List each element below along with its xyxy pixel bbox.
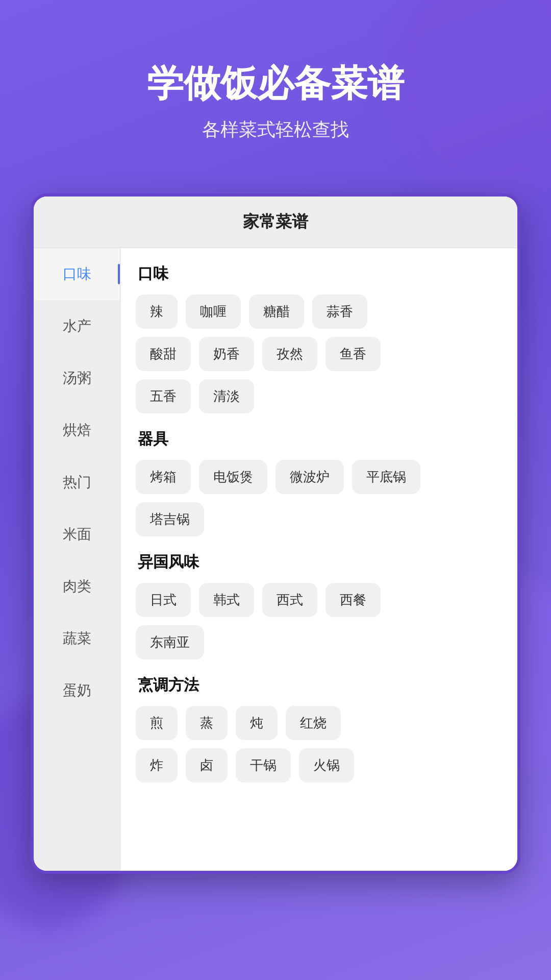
tag-奶香[interactable]: 奶香 — [199, 337, 254, 371]
tag-卤[interactable]: 卤 — [186, 748, 228, 782]
tag-红烧[interactable]: 红烧 — [286, 706, 341, 740]
tag-塔吉锅[interactable]: 塔吉锅 — [136, 502, 204, 536]
header-subtitle: 各样菜式轻松查找 — [31, 117, 520, 142]
tag-五香[interactable]: 五香 — [136, 379, 191, 413]
sidebar-item-dannai[interactable]: 蛋奶 — [34, 665, 120, 717]
tag-孜然[interactable]: 孜然 — [262, 337, 317, 371]
tags-container-yiguofengwei: 日式韩式西式西餐东南亚 — [136, 583, 502, 659]
sidebar-item-remen[interactable]: 热门 — [34, 456, 120, 508]
tag-糖醋[interactable]: 糖醋 — [249, 295, 304, 329]
card-body: 口味水产汤粥烘焙热门米面肉类蔬菜蛋奶 口味辣咖喱糖醋蒜香酸甜奶香孜然鱼香五香清淡… — [34, 248, 517, 871]
tag-微波炉[interactable]: 微波炉 — [276, 460, 344, 494]
section-qiju: 器具烤箱电饭煲微波炉平底锅塔吉锅 — [136, 429, 502, 536]
sidebar-item-shuichan[interactable]: 水产 — [34, 300, 120, 352]
tag-西餐[interactable]: 西餐 — [325, 583, 381, 617]
tags-row: 煎蒸炖红烧 — [136, 706, 502, 740]
tags-row: 日式韩式西式西餐 — [136, 583, 502, 617]
sidebar-item-tangzhou[interactable]: 汤粥 — [34, 352, 120, 404]
tag-干锅[interactable]: 干锅 — [236, 748, 291, 782]
tags-container-pengtiao: 煎蒸炖红烧炸卤干锅火锅 — [136, 706, 502, 782]
tag-辣[interactable]: 辣 — [136, 295, 178, 329]
sidebar-item-roulei[interactable]: 肉类 — [34, 560, 120, 612]
tag-东南亚[interactable]: 东南亚 — [136, 625, 204, 659]
sidebar-item-hongbei[interactable]: 烘焙 — [34, 404, 120, 456]
header: 学做饭必备菜谱 各样菜式轻松查找 — [0, 0, 551, 173]
sidebar-item-mimian[interactable]: 米面 — [34, 508, 120, 560]
recipe-card: 家常菜谱 口味水产汤粥烘焙热门米面肉类蔬菜蛋奶 口味辣咖喱糖醋蒜香酸甜奶香孜然鱼… — [31, 193, 520, 874]
tag-鱼香[interactable]: 鱼香 — [325, 337, 381, 371]
sidebar-item-kouwei[interactable]: 口味 — [34, 248, 120, 300]
tag-咖喱[interactable]: 咖喱 — [186, 295, 241, 329]
tag-蒸[interactable]: 蒸 — [186, 706, 228, 740]
card-title: 家常菜谱 — [243, 212, 308, 231]
tags-row: 五香清淡 — [136, 379, 502, 413]
tag-韩式[interactable]: 韩式 — [199, 583, 254, 617]
section-title-qiju: 器具 — [136, 429, 502, 450]
section-pengtiao: 烹调方法煎蒸炖红烧炸卤干锅火锅 — [136, 675, 502, 782]
tag-炖[interactable]: 炖 — [236, 706, 278, 740]
tags-row: 辣咖喱糖醋蒜香 — [136, 295, 502, 329]
tags-row: 塔吉锅 — [136, 502, 502, 536]
tags-container-kouwei: 辣咖喱糖醋蒜香酸甜奶香孜然鱼香五香清淡 — [136, 295, 502, 413]
section-title-pengtiao: 烹调方法 — [136, 675, 502, 696]
tag-煎[interactable]: 煎 — [136, 706, 178, 740]
card-header: 家常菜谱 — [34, 197, 517, 248]
tags-row: 炸卤干锅火锅 — [136, 748, 502, 782]
section-yiguofengwei: 异国风味日式韩式西式西餐东南亚 — [136, 552, 502, 659]
tag-平底锅[interactable]: 平底锅 — [352, 460, 420, 494]
section-title-kouwei: 口味 — [136, 263, 502, 284]
section-title-yiguofengwei: 异国风味 — [136, 552, 502, 573]
tags-container-qiju: 烤箱电饭煲微波炉平底锅塔吉锅 — [136, 460, 502, 536]
tag-火锅[interactable]: 火锅 — [299, 748, 354, 782]
section-kouwei: 口味辣咖喱糖醋蒜香酸甜奶香孜然鱼香五香清淡 — [136, 263, 502, 413]
tag-烤箱[interactable]: 烤箱 — [136, 460, 191, 494]
tag-蒜香[interactable]: 蒜香 — [312, 295, 367, 329]
category-sidebar: 口味水产汤粥烘焙热门米面肉类蔬菜蛋奶 — [34, 248, 120, 871]
tag-炸[interactable]: 炸 — [136, 748, 178, 782]
tags-row: 酸甜奶香孜然鱼香 — [136, 337, 502, 371]
tag-西式[interactable]: 西式 — [262, 583, 317, 617]
tags-row: 烤箱电饭煲微波炉平底锅 — [136, 460, 502, 494]
header-title: 学做饭必备菜谱 — [31, 61, 520, 105]
tags-row: 东南亚 — [136, 625, 502, 659]
content-area: 口味辣咖喱糖醋蒜香酸甜奶香孜然鱼香五香清淡器具烤箱电饭煲微波炉平底锅塔吉锅异国风… — [120, 248, 517, 871]
tag-清淡[interactable]: 清淡 — [199, 379, 254, 413]
tag-电饭煲[interactable]: 电饭煲 — [199, 460, 267, 494]
sidebar-item-shucai[interactable]: 蔬菜 — [34, 612, 120, 665]
tag-日式[interactable]: 日式 — [136, 583, 191, 617]
tag-酸甜[interactable]: 酸甜 — [136, 337, 191, 371]
